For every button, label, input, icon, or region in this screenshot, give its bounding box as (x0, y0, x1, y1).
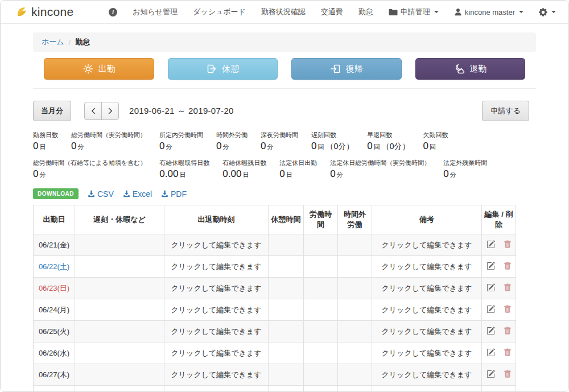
trash-icon[interactable] (504, 327, 512, 335)
note-cell[interactable]: クリックして編集できます (372, 321, 482, 343)
nav-item-notice-admin[interactable]: お知らせ管理 (133, 7, 178, 17)
breadcrumb-separator: / (69, 38, 71, 47)
note-cell[interactable]: クリックして編集できます (372, 256, 482, 278)
gear-icon (539, 8, 547, 16)
note-cell[interactable]: クリックして編集できます (372, 364, 482, 386)
overtime-cell (338, 386, 372, 392)
stat-value: 0.00日 (159, 168, 209, 180)
summary-stat: 所定内労働時間0分 (159, 131, 203, 152)
clock-times-cell[interactable]: クリックして編集できます (164, 386, 269, 392)
break-time-cell (269, 386, 304, 392)
edit-icon[interactable] (486, 348, 495, 357)
edit-icon[interactable] (486, 283, 495, 292)
current-month-button[interactable]: 当月分 (33, 101, 71, 121)
nav-item-attendance[interactable]: 勤怠 (358, 7, 373, 17)
stat-value: 0分 (216, 141, 248, 152)
stat-value: 0回（0分） (367, 141, 410, 152)
nav-item-account[interactable]: kincone master (454, 8, 523, 16)
lateness-cell[interactable] (75, 321, 164, 343)
lateness-cell[interactable] (75, 299, 164, 321)
note-cell[interactable]: クリックして編集できます (372, 343, 482, 364)
date-cell: 06/28(金) (34, 386, 75, 392)
lateness-cell[interactable] (75, 386, 164, 392)
trash-icon[interactable] (504, 370, 512, 378)
date-cell: 06/24(月) (34, 299, 75, 321)
stat-label: 所定内労働時間 (159, 131, 203, 139)
lateness-cell[interactable] (75, 234, 164, 256)
column-header: 編集 / 削除 (482, 205, 516, 234)
settings-button[interactable] (539, 8, 556, 16)
lateness-cell[interactable] (75, 278, 164, 299)
prev-period-button[interactable] (84, 102, 102, 120)
edit-icon[interactable] (486, 262, 495, 270)
nav-item-transport[interactable]: 交通費 (321, 7, 343, 17)
lateness-cell[interactable] (75, 343, 164, 364)
clock-in-button[interactable]: 出勤 (44, 58, 154, 80)
stat-value: 0分 (443, 168, 487, 180)
attendance-row: 06/25(火)クリックして編集できますクリックして編集できます (34, 321, 516, 343)
row-actions-cell (482, 256, 516, 278)
stat-label: 有給休暇残日数 (222, 159, 266, 167)
kincone-bird-icon (15, 5, 30, 19)
break-button[interactable]: 休憩 (168, 58, 278, 80)
download-excel-link[interactable]: Excel (123, 189, 152, 199)
edit-icon[interactable] (486, 305, 495, 313)
lateness-cell[interactable] (75, 256, 164, 278)
nav-item-work-status[interactable]: 勤務状況確認 (261, 7, 306, 17)
clock-out-button[interactable]: 退勤 (415, 58, 526, 80)
table-header-row: 出勤日遅刻・休暇など出退勤時刻休憩時間労働時間時間外労働備考編集 / 削除 (34, 205, 516, 234)
trash-icon[interactable] (504, 262, 512, 270)
clock-times-cell[interactable]: クリックして編集できます (164, 234, 269, 256)
edit-icon[interactable] (486, 370, 495, 378)
folder-icon (389, 9, 398, 16)
return-button[interactable]: 復帰 (291, 58, 402, 80)
overtime-cell (338, 256, 372, 278)
stat-value: 0日 (279, 168, 317, 180)
note-cell[interactable]: クリックして編集できます (372, 234, 482, 256)
clock-times-cell[interactable]: クリックして編集できます (164, 364, 269, 386)
download-icon (123, 190, 130, 197)
apply-request-button[interactable]: 申請する (482, 101, 529, 121)
note-cell[interactable]: クリックして編集できます (372, 386, 482, 392)
summary-stat: 法定休日総労働時間（実労働時間）0分 (330, 159, 430, 180)
summary-stat: 法定外残業時間0分 (443, 159, 487, 180)
next-period-button[interactable] (101, 102, 119, 120)
download-pdf-link[interactable]: PDF (161, 189, 187, 199)
clock-times-cell[interactable]: クリックして編集できます (164, 256, 269, 278)
nav-item-request-admin[interactable]: 申請管理 (389, 7, 439, 17)
edit-icon[interactable] (486, 327, 495, 335)
kincone-logo[interactable]: kincone (15, 5, 73, 19)
attendance-row: 06/28(金)クリックして編集できますクリックして編集できます (34, 386, 516, 392)
summary-stat: 法定休日出勤0日 (279, 159, 317, 180)
note-cell[interactable]: クリックして編集できます (372, 278, 482, 299)
trash-icon[interactable] (504, 240, 512, 249)
trash-icon[interactable] (504, 348, 512, 357)
trash-icon[interactable] (504, 305, 512, 313)
nav-item-dashboard[interactable]: ダッシュボード (193, 7, 246, 17)
stat-label: 法定休日出勤 (279, 159, 317, 167)
edit-icon[interactable] (486, 240, 495, 249)
breadcrumb-home-link[interactable]: ホーム (42, 37, 64, 47)
nav-items: i お知らせ管理 ダッシュボード 勤務状況確認 交通費 勤怠 申請管理 kinc… (109, 7, 556, 17)
clock-times-cell[interactable]: クリックして編集できます (164, 278, 269, 299)
download-csv-link[interactable]: CSV (88, 189, 114, 199)
trash-icon[interactable] (504, 283, 512, 292)
info-button[interactable]: i (109, 8, 117, 16)
period-controls: 当月分 2019-06-21 ～ 2019-07-20 申請する (33, 101, 536, 121)
summary-row-1: 勤務日数0日総労働時間（実労働時間）0分所定内労働時間0分時間外労働0分深夜労働… (33, 131, 536, 152)
clock-times-cell[interactable]: クリックして編集できます (164, 299, 269, 321)
clock-times-cell[interactable]: クリックして編集できます (164, 321, 269, 343)
row-actions-cell (482, 364, 516, 386)
download-badge: DOWNLOAD (33, 188, 79, 199)
stat-value: 0分 (159, 141, 203, 152)
user-icon (454, 8, 462, 16)
chevron-down-icon (519, 11, 523, 13)
chevron-down-icon (434, 11, 439, 13)
break-time-cell (269, 299, 304, 321)
lateness-cell[interactable] (75, 364, 164, 386)
enter-door-icon (330, 63, 341, 75)
clock-times-cell[interactable]: クリックして編集できます (164, 343, 269, 364)
work-time-cell (304, 343, 338, 364)
summary-row-2: 総労働時間（有給等による補填を含む）0分有給休暇取得日数0.00日有給休暇残日数… (33, 159, 536, 180)
note-cell[interactable]: クリックして編集できます (372, 299, 482, 321)
